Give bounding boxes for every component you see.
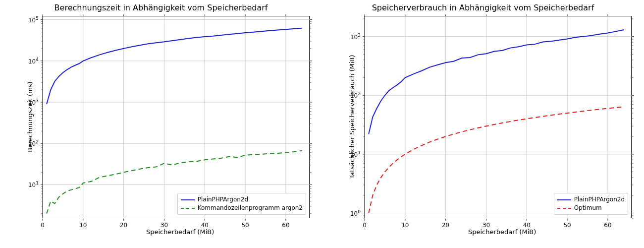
x-tick-label: 20 — [442, 222, 449, 229]
y-tick-label: 100 — [344, 209, 361, 217]
legend-label: PlainPHPArgon2d — [198, 195, 248, 204]
x-tick-label: 0 — [363, 222, 367, 229]
legend: PlainPHPArgon2dKommandozeilenprogramm ar… — [177, 193, 306, 215]
y-axis-label: Tatsächlicher Speicherverbrauch (MiB) — [348, 50, 356, 184]
y-tick-label: 104 — [22, 57, 39, 65]
legend-swatch — [181, 208, 195, 209]
x-tick-label: 50 — [241, 222, 249, 229]
y-tick-label: 101 — [22, 181, 39, 188]
legend-item: Kommandozeilenprogramm argon2 — [181, 204, 303, 212]
series-line — [47, 28, 302, 104]
x-tick-label: 0 — [41, 222, 45, 229]
x-tick-label: 20 — [120, 222, 127, 229]
y-axis-label: Berechnungszeit (ms) — [26, 67, 34, 167]
plot-area: PlainPHPArgon2dOptimum 01020304050601001… — [364, 16, 632, 218]
x-tick-label: 10 — [79, 222, 87, 229]
figure: Berechnungszeit in Abhängigkeit vom Spei… — [0, 0, 644, 248]
x-tick-label: 40 — [523, 222, 531, 229]
plot-area: PlainPHPArgon2dKommandozeilenprogramm ar… — [42, 16, 310, 218]
x-tick-label: 50 — [563, 222, 571, 229]
legend-item: PlainPHPArgon2d — [181, 195, 303, 204]
x-tick-label: 10 — [401, 222, 409, 229]
legend-swatch — [181, 199, 195, 200]
legend-item: Optimum — [557, 204, 625, 212]
chart-title: Speicherverbrauch in Abhängigkeit vom Sp… — [322, 3, 644, 12]
legend-label: Kommandozeilenprogramm argon2 — [198, 204, 303, 212]
legend: PlainPHPArgon2dOptimum — [554, 193, 628, 215]
legend-swatch — [557, 199, 571, 200]
series-line — [369, 30, 624, 134]
x-tick-label: 30 — [483, 222, 490, 229]
legend-label: Optimum — [574, 204, 602, 212]
chart-title: Berechnungszeit in Abhängigkeit vom Spei… — [0, 3, 322, 12]
legend-label: PlainPHPArgon2d — [574, 195, 625, 204]
right-panel: Speicherverbrauch in Abhängigkeit vom Sp… — [322, 0, 644, 248]
x-tick-label: 60 — [282, 222, 289, 229]
x-axis-label: Speicherbedarf (MiB) — [146, 228, 214, 236]
x-axis-label: Speicherbedarf (MiB) — [468, 228, 536, 236]
legend-item: PlainPHPArgon2d — [557, 195, 625, 204]
legend-swatch — [557, 208, 571, 209]
x-tick-label: 30 — [161, 222, 168, 229]
x-tick-label: 60 — [604, 222, 611, 229]
y-tick-label: 105 — [22, 16, 39, 24]
y-tick-label: 103 — [344, 33, 361, 41]
left-panel: Berechnungszeit in Abhängigkeit vom Spei… — [0, 0, 322, 248]
x-tick-label: 40 — [201, 222, 209, 229]
